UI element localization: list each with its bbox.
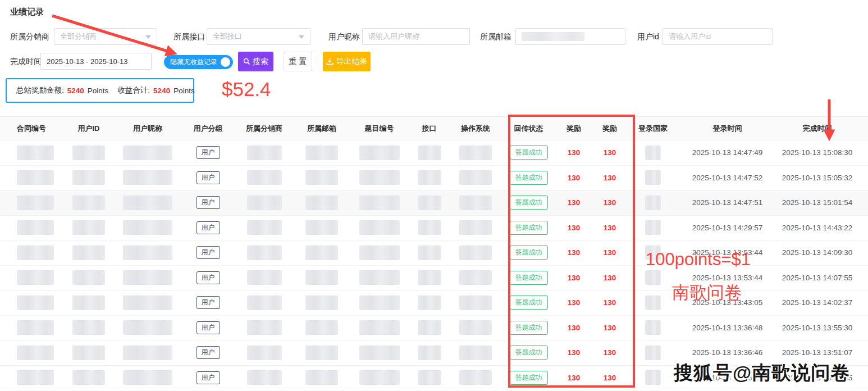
redacted-user-id xyxy=(72,370,105,385)
status-badge: 答题成功 xyxy=(510,321,548,335)
redacted-contract-no xyxy=(17,170,54,185)
redacted-distributor xyxy=(247,295,282,310)
table-row: 用户 答题成功 130 130 2025-10-13 14:47:51 2025… xyxy=(0,190,868,216)
finish-time-label: 完成时间 xyxy=(10,53,42,70)
status-badge: 答题成功 xyxy=(510,245,548,260)
api-label: 所属接口 xyxy=(173,28,205,45)
reward-value-2: 130 xyxy=(592,348,628,357)
redacted-os xyxy=(459,146,492,160)
redacted-nickname xyxy=(123,245,172,260)
site-reward-label: 总站奖励金额: xyxy=(16,85,64,96)
redacted-user-id xyxy=(72,245,105,260)
records-table: 合同编号 用户ID 用户昵称 用户分组 所属分销商 所属邮箱 题目编号 接口 操… xyxy=(0,116,868,390)
hide-no-income-toggle[interactable]: 隐藏无收益记录 xyxy=(164,55,233,69)
redacted-country-flag xyxy=(645,370,661,385)
redacted-os xyxy=(459,320,492,335)
column-header: 题目编号 xyxy=(350,124,409,134)
redacted-nickname xyxy=(123,220,172,235)
redacted-contract-no xyxy=(17,320,54,335)
reward-value: 130 xyxy=(556,224,592,232)
redacted-question-no xyxy=(359,295,400,310)
performance-records-page: 业绩记录 所属分销商 全部分销商 所属接口 全部接口 用户昵称 请输入用户昵称 … xyxy=(0,0,868,391)
redacted-api xyxy=(418,270,441,285)
reward-value-2: 130 xyxy=(592,174,628,182)
finish-time: 2025-10-13 15:08:30 xyxy=(776,148,858,157)
status-badge: 答题成功 xyxy=(510,221,548,235)
reward-value: 130 xyxy=(556,248,592,257)
redacted-os xyxy=(459,220,492,235)
email-input[interactable] xyxy=(515,28,625,45)
search-button[interactable]: 搜索 xyxy=(238,52,273,71)
redacted-distributor xyxy=(247,196,282,210)
redacted-email xyxy=(305,170,338,185)
redacted-email xyxy=(305,320,338,335)
income-total-unit: Points xyxy=(173,87,195,95)
redacted-email xyxy=(305,245,338,260)
user-id-input[interactable]: 请输入用户id xyxy=(663,28,773,45)
nickname-input[interactable]: 请输入用户昵称 xyxy=(362,28,470,45)
redacted-contract-no xyxy=(17,245,54,260)
search-label: 搜索 xyxy=(253,57,268,67)
user-group-tag: 用户 xyxy=(197,321,220,334)
site-reward-value: 5240 xyxy=(67,87,84,95)
reset-button[interactable]: 重置 xyxy=(284,52,312,71)
finish-time: 2025-10-13 14:07:55 xyxy=(776,274,858,282)
redacted-nickname xyxy=(123,295,172,310)
redacted-email-value xyxy=(522,32,584,41)
redacted-os xyxy=(459,196,492,210)
login-time: 2025-10-13 14:47:52 xyxy=(678,174,776,182)
redacted-question-no xyxy=(359,245,400,260)
table-row: 用户 答题成功 130 130 2025-10-13 13:53:44 2025… xyxy=(0,240,868,266)
login-time: 2025-10-13 14:29:57 xyxy=(678,224,776,232)
toggle-knob xyxy=(221,57,230,67)
reset-label: 重置 xyxy=(289,57,309,67)
distributor-label: 所属分销商 xyxy=(10,28,49,45)
redacted-country-flag xyxy=(645,320,661,335)
reward-value: 130 xyxy=(556,274,592,282)
finish-time: 2025-10-13 14:43:22 xyxy=(776,224,858,232)
export-label: 导出结果 xyxy=(336,57,368,67)
redacted-distributor xyxy=(247,220,282,235)
reward-value-2: 130 xyxy=(592,298,628,307)
redacted-question-no xyxy=(359,270,400,285)
redacted-user-id xyxy=(72,295,105,310)
column-header: 奖励 xyxy=(556,124,592,134)
status-badge: 答题成功 xyxy=(510,295,548,310)
login-time: 2025-10-13 13:53:44 xyxy=(678,248,776,257)
user-group-tag: 用户 xyxy=(197,221,220,234)
table-row: 用户 答题成功 130 130 2025-10-13 13:36:46 2025… xyxy=(0,340,868,366)
redacted-distributor xyxy=(247,270,282,285)
redacted-api xyxy=(418,295,441,310)
redacted-contract-no xyxy=(17,146,54,160)
redacted-nickname xyxy=(123,170,172,185)
date-range-input[interactable]: 2025-10-13 - 2025-10-13 xyxy=(40,53,152,70)
login-time: 2025-10-13 13:26:22 xyxy=(678,374,776,382)
redacted-user-id xyxy=(72,196,105,210)
table-header-row: 合同编号 用户ID 用户昵称 用户分组 所属分销商 所属邮箱 题目编号 接口 操… xyxy=(0,116,868,140)
redacted-question-no xyxy=(359,170,400,185)
distributor-select[interactable]: 全部分销商 xyxy=(54,28,157,45)
income-total-label: 收益合计: xyxy=(117,85,150,96)
annotation-usd-total: $52.4 xyxy=(222,78,271,101)
redacted-contract-no xyxy=(17,295,54,310)
redacted-country-flag xyxy=(645,220,661,235)
nickname-placeholder: 请输入用户昵称 xyxy=(368,31,419,42)
table-row: 用户 答题成功 130 130 2025-10-13 14:47:52 2025… xyxy=(0,166,868,191)
export-button[interactable]: 导出结果 xyxy=(323,52,371,71)
redacted-os xyxy=(459,370,492,385)
finish-time: 2025-10-13 13:55:30 xyxy=(776,324,858,332)
search-icon xyxy=(243,58,250,65)
redacted-nickname xyxy=(123,370,172,385)
redacted-os xyxy=(459,295,492,310)
redacted-email xyxy=(305,196,338,210)
api-select[interactable]: 全部接口 xyxy=(207,28,310,45)
finish-time: 2025-10-13 13:46:35 xyxy=(776,374,858,382)
column-header: 用户ID xyxy=(63,124,114,134)
toggle-label: 隐藏无收益记录 xyxy=(170,57,217,67)
redacted-country-flag xyxy=(645,196,661,210)
column-header: 回传状态 xyxy=(501,124,556,134)
reward-value-2: 130 xyxy=(592,374,628,382)
redacted-os xyxy=(459,170,492,185)
finish-time: 2025-10-13 15:05:32 xyxy=(776,174,858,182)
column-header: 用户分组 xyxy=(181,124,235,134)
